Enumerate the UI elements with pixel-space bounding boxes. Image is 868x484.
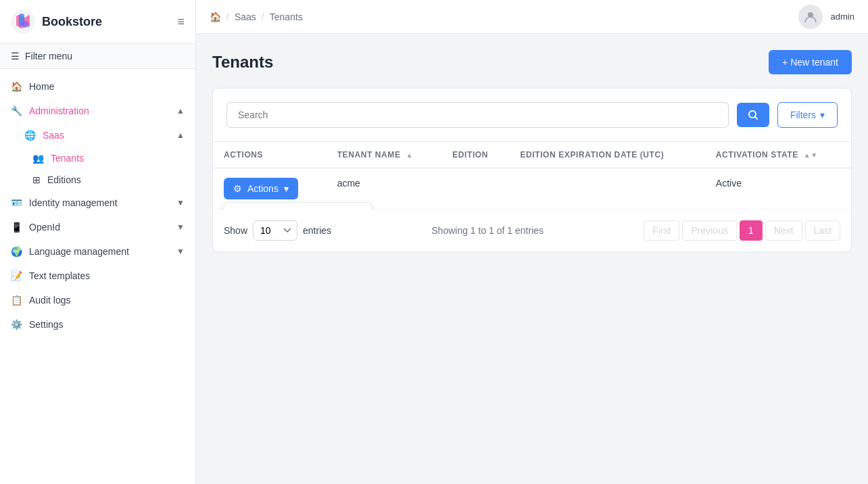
chevron-down-icon: ▼	[176, 247, 185, 256]
filters-button[interactable]: Filters ▾	[777, 102, 838, 128]
chevron-down-icon: ▾	[284, 183, 289, 194]
search-button[interactable]	[737, 103, 769, 127]
audit-icon: 📋	[11, 295, 22, 306]
entries-select[interactable]: 10 25 50 100	[253, 220, 297, 241]
breadcrumb-tenants: Tenants	[270, 11, 303, 22]
hamburger-button[interactable]: ≡	[177, 15, 185, 29]
sidebar-item-audit-logs[interactable]: 📋 Audit logs	[0, 288, 195, 312]
globe-icon: 🌐	[24, 130, 36, 141]
breadcrumb-saas[interactable]: Saas	[235, 11, 256, 22]
col-activation-state[interactable]: ACTIVATION STATE ▲▼	[705, 142, 851, 168]
chevron-down-icon: ▾	[820, 110, 825, 120]
sidebar-item-label: Text templates	[29, 270, 90, 281]
id-icon: 🪪	[11, 197, 22, 208]
sidebar-item-identity-management[interactable]: 🪪 Identity management ▼	[0, 191, 195, 215]
home-breadcrumb-icon[interactable]: 🏠	[210, 11, 221, 22]
svg-point-1	[22, 21, 29, 28]
filter-label: Filter menu	[25, 51, 72, 62]
cell-actions: ⚙ Actions ▾ Edit Database connection str…	[213, 168, 327, 210]
search-bar: Filters ▾	[213, 89, 851, 142]
first-button[interactable]: First	[644, 220, 679, 241]
openid-icon: 📱	[11, 222, 22, 233]
showing-text: Showing 1 to 1 of 1 entries	[431, 225, 544, 236]
sidebar-item-label: Tenants	[51, 153, 84, 164]
new-tenant-button[interactable]: + New tenant	[769, 50, 852, 74]
last-button[interactable]: Last	[805, 220, 840, 241]
sidebar-item-label: OpenId	[29, 222, 60, 233]
col-actions: ACTIONS	[213, 142, 327, 168]
sidebar-nav: 🏠 Home 🔧 Administration ▲ 🌐 Saas ▲	[0, 69, 195, 484]
sidebar-item-settings[interactable]: ⚙️ Settings	[0, 312, 195, 337]
topbar-right: admin	[798, 5, 854, 29]
settings-icon: ⚙️	[11, 319, 22, 330]
avatar	[798, 5, 823, 29]
chevron-up-icon: ▲	[176, 106, 185, 116]
pagination: First Previous 1 Next Last	[644, 220, 840, 241]
sidebar-item-label: Editions	[47, 174, 81, 185]
tenants-card: Filters ▾ ACTIONS TENANT NAME ▲	[212, 88, 852, 252]
filter-icon: ☰	[11, 51, 20, 62]
sidebar-item-home[interactable]: 🏠 Home	[0, 74, 195, 99]
show-entries: Show 10 25 50 100 entries	[224, 220, 331, 241]
sidebar-item-label: Settings	[29, 319, 64, 330]
wrench-icon: 🔧	[11, 105, 22, 116]
cell-activation-state: Active	[705, 168, 851, 210]
sidebar-item-label: Administration	[29, 105, 89, 116]
filter-menu[interactable]: ☰ Filter menu	[0, 44, 195, 69]
search-input-wrap	[226, 102, 729, 128]
home-icon: 🏠	[11, 81, 22, 92]
chevron-down-icon: ▼	[176, 222, 185, 232]
sidebar-item-administration[interactable]: 🔧 Administration ▲	[0, 99, 195, 123]
col-edition: EDITION	[441, 142, 509, 168]
sidebar-item-language-management[interactable]: 🌍 Language management ▼	[0, 239, 195, 264]
table-row: ⚙ Actions ▾ Edit Database connection str…	[213, 168, 851, 210]
lang-icon: 🌍	[11, 246, 22, 257]
sidebar-item-tenants[interactable]: 👥 Tenants	[27, 147, 195, 169]
sidebar-item-label: Home	[29, 81, 54, 92]
sidebar-item-label: Identity management	[29, 197, 118, 208]
actions-button[interactable]: ⚙ Actions ▾	[224, 178, 298, 199]
sidebar: Bookstore ≡ ☰ Filter menu 🏠 Home 🔧 Admin…	[0, 0, 196, 484]
next-button[interactable]: Next	[765, 220, 802, 241]
sort-icon2: ▲▼	[804, 151, 818, 159]
sidebar-item-label: Saas	[43, 130, 64, 141]
previous-button[interactable]: Previous	[682, 220, 736, 241]
dropdown-item-edit[interactable]: Edit	[224, 205, 372, 210]
sidebar-item-editions[interactable]: ⊞ Editions	[27, 169, 195, 191]
sort-icon: ▲	[406, 151, 414, 159]
page-1-button[interactable]: 1	[740, 220, 763, 241]
chevron-down-icon: ▼	[176, 198, 185, 208]
breadcrumb: 🏠 / Saas / Tenants	[210, 11, 303, 22]
search-input[interactable]	[226, 102, 729, 128]
cell-edition	[441, 168, 509, 210]
app-name: Bookstore	[42, 15, 102, 29]
col-tenant-name[interactable]: TENANT NAME ▲	[327, 142, 442, 168]
app-logo: Bookstore	[11, 9, 102, 34]
sidebar-item-label: Language management	[29, 246, 129, 257]
cell-edition-expiration	[509, 168, 704, 210]
text-icon: 📝	[11, 270, 22, 281]
sidebar-item-saas[interactable]: 🌐 Saas ▲	[14, 123, 195, 147]
admin-label: admin	[831, 11, 854, 22]
chevron-up-icon: ▲	[176, 130, 185, 140]
actions-dropdown: ⚙ Actions ▾ Edit Database connection str…	[224, 178, 316, 199]
filters-label: Filters	[790, 110, 816, 120]
entries-label: entries	[303, 225, 331, 236]
sidebar-header: Bookstore ≡	[0, 0, 195, 44]
col-edition-expiration[interactable]: EDITION EXPIRATION DATE (UTC)	[509, 142, 704, 168]
main-area: 🏠 / Saas / Tenants admin Tenants + New t…	[196, 0, 868, 484]
breadcrumb-sep2: /	[262, 11, 264, 22]
sidebar-item-label: Audit logs	[29, 295, 70, 306]
page-header: Tenants + New tenant	[212, 50, 852, 74]
users-icon: 👥	[32, 153, 44, 164]
show-label: Show	[224, 225, 247, 236]
table-wrap: ACTIONS TENANT NAME ▲ EDITION EDITION EX…	[213, 142, 851, 210]
sidebar-item-openid[interactable]: 📱 OpenId ▼	[0, 215, 195, 239]
content-area: Tenants + New tenant Filters ▾	[196, 34, 868, 484]
table-footer: Show 10 25 50 100 entries Showing 1 to 1…	[213, 210, 851, 251]
gear-icon: ⚙	[233, 183, 242, 194]
actions-dropdown-menu: Edit Database connection strings Feature…	[224, 202, 372, 210]
breadcrumb-sep: /	[226, 11, 229, 22]
sidebar-item-text-templates[interactable]: 📝 Text templates	[0, 264, 195, 288]
page-title: Tenants	[212, 53, 273, 72]
